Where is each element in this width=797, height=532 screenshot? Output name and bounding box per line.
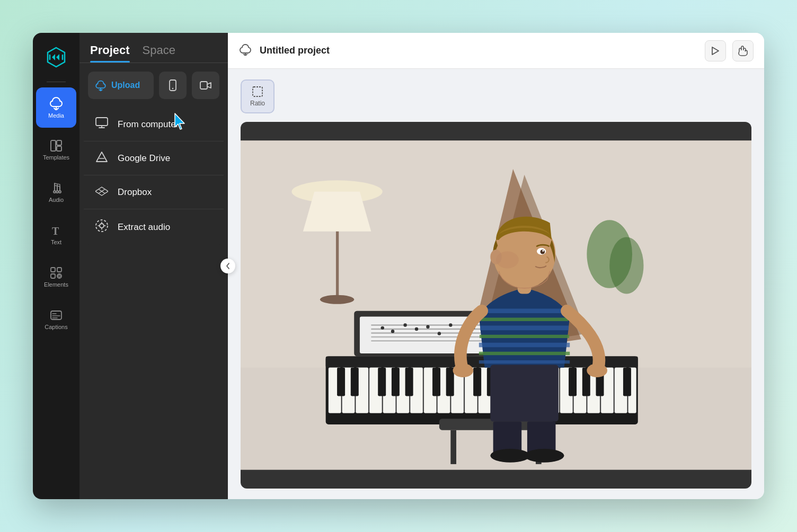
sidebar-divider <box>47 82 66 82</box>
sidebar-item-templates-label: Templates <box>43 154 69 161</box>
tab-project[interactable]: Project <box>90 43 130 63</box>
svg-rect-14 <box>200 82 207 89</box>
computer-icon <box>94 117 109 131</box>
svg-rect-0 <box>51 140 56 151</box>
svg-rect-53 <box>378 368 386 396</box>
svg-rect-1 <box>57 140 61 145</box>
hand-tool-button[interactable] <box>732 40 754 61</box>
svg-rect-52 <box>351 368 359 396</box>
svg-rect-90 <box>490 365 559 421</box>
svg-point-13 <box>172 88 173 89</box>
project-title: Untitled project <box>260 45 697 56</box>
sidebar-item-audio-label: Audio <box>49 197 64 203</box>
mobile-icon <box>167 79 179 91</box>
svg-point-93 <box>490 449 530 463</box>
svg-rect-2 <box>57 146 61 151</box>
sidebar-item-audio[interactable]: Audio <box>36 172 76 212</box>
ratio-label: Ratio <box>250 100 265 107</box>
tab-space[interactable]: Space <box>143 43 175 63</box>
from-computer-label: From computer <box>118 119 179 130</box>
dropbox-icon <box>94 185 109 199</box>
svg-point-23 <box>320 295 354 304</box>
panel-collapse-handle[interactable] <box>220 259 235 273</box>
svg-point-101 <box>542 250 544 252</box>
mobile-upload-button[interactable] <box>159 72 187 99</box>
svg-point-80 <box>449 323 452 326</box>
main-header: Untitled project <box>228 33 764 69</box>
google-drive-label: Google Drive <box>118 153 170 164</box>
svg-rect-56 <box>432 368 440 396</box>
svg-text:T: T <box>52 225 59 237</box>
google-drive-icon <box>94 151 109 165</box>
svg-rect-9 <box>51 274 55 278</box>
svg-point-25 <box>609 237 643 294</box>
svg-rect-15 <box>96 118 108 126</box>
sidebar-item-text[interactable]: T Text <box>36 215 76 255</box>
ratio-icon <box>252 86 263 97</box>
elements-icon <box>50 267 63 279</box>
header-actions <box>705 40 754 61</box>
svg-point-3 <box>54 191 56 193</box>
templates-icon <box>50 139 63 152</box>
hand-icon <box>738 45 748 57</box>
sidebar-item-media[interactable]: Media <box>36 87 76 128</box>
canvas-area: Ratio <box>228 69 764 499</box>
sidebar: Media Templates Audio <box>33 33 79 499</box>
video-icon <box>200 80 211 91</box>
svg-point-94 <box>525 449 564 463</box>
google-drive-item[interactable]: Google Drive <box>84 141 224 175</box>
media-icon <box>49 96 64 110</box>
svg-point-74 <box>381 326 384 330</box>
svg-point-95 <box>453 363 474 377</box>
svg-rect-7 <box>51 268 55 272</box>
svg-rect-63 <box>569 368 577 396</box>
dropdown-group-extract: Extract audio <box>84 209 224 245</box>
dropdown-group-computer: From computer <box>84 108 224 141</box>
text-icon: T <box>50 224 63 237</box>
svg-point-96 <box>587 363 607 377</box>
play-button[interactable] <box>705 40 726 61</box>
sidebar-item-templates[interactable]: Templates <box>36 130 76 170</box>
from-computer-item[interactable]: From computer <box>84 108 224 141</box>
svg-rect-88 <box>450 430 456 464</box>
svg-point-79 <box>438 332 441 335</box>
svg-rect-8 <box>57 268 61 272</box>
audio-icon <box>50 182 63 194</box>
upload-dropdown: From computer Google Drive <box>84 108 224 245</box>
svg-rect-58 <box>473 368 481 396</box>
extract-audio-item[interactable]: Extract audio <box>84 209 224 245</box>
piano-scene-svg <box>241 122 751 489</box>
upload-buttons-row: Upload <box>79 72 228 108</box>
svg-rect-18 <box>253 87 262 96</box>
extract-audio-label: Extract audio <box>118 222 170 233</box>
svg-point-77 <box>415 327 418 331</box>
dropdown-group-cloud: Google Drive Dropbox <box>84 141 224 209</box>
main-area: Untitled project <box>228 33 764 499</box>
video-upload-button[interactable] <box>192 72 219 99</box>
sidebar-item-elements[interactable]: Elements <box>36 257 76 297</box>
dropbox-label: Dropbox <box>118 187 152 198</box>
svg-point-75 <box>391 330 394 333</box>
svg-point-17 <box>100 224 104 228</box>
ratio-button[interactable]: Ratio <box>241 79 274 113</box>
upload-button[interactable]: Upload <box>88 72 154 99</box>
svg-rect-22 <box>336 232 339 300</box>
svg-point-76 <box>403 323 406 326</box>
svg-point-4 <box>56 191 58 193</box>
play-icon <box>711 46 720 56</box>
upload-label: Upload <box>111 81 140 90</box>
svg-point-103 <box>496 251 519 268</box>
svg-rect-55 <box>405 368 413 396</box>
sidebar-item-elements-label: Elements <box>44 281 68 288</box>
sidebar-item-captions[interactable]: Captions <box>36 299 76 340</box>
dropbox-item[interactable]: Dropbox <box>84 175 224 209</box>
save-cloud-icon <box>238 43 252 59</box>
sidebar-item-text-label: Text <box>51 239 61 245</box>
svg-point-78 <box>426 325 429 328</box>
extract-audio-icon <box>94 219 109 235</box>
app-logo <box>42 43 70 71</box>
project-tabs: Project Space <box>79 33 228 63</box>
captions-icon <box>50 309 63 322</box>
ratio-toolbar: Ratio <box>241 79 751 113</box>
canvas-image <box>241 122 751 489</box>
